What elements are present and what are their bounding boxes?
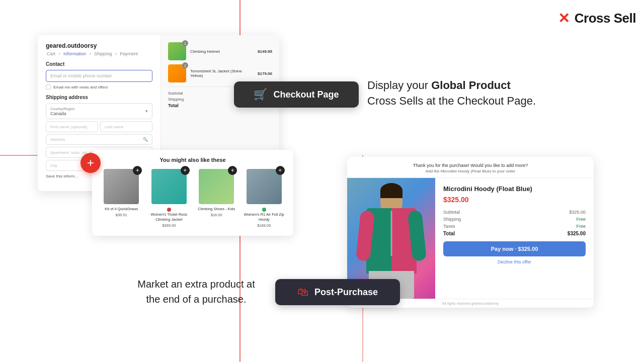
product-2-img <box>151 169 187 204</box>
left-bottom-line2: the end of a purchase. <box>146 294 246 305</box>
products-widget: You might also like these + Kit of 4 Qui… <box>92 150 293 236</box>
store-name: geared.outdoorsy <box>46 42 152 49</box>
right-top-text: Display your Global Product Cross Sells … <box>367 78 538 109</box>
contact-label: Contact <box>46 61 152 67</box>
email-field[interactable]: Email or mobile phone number <box>46 70 152 82</box>
product-card-3: + Climbing Shoes - Kids $16.00 <box>195 169 238 228</box>
pp-shipping-row: Shipping Free <box>443 217 586 222</box>
product-3-add-btn[interactable]: + <box>228 166 237 175</box>
post-purchase-button[interactable]: 🛍 Post-Purchase <box>275 279 400 305</box>
pp-header-title: Thank you for the purchase! Would you li… <box>355 163 586 168</box>
shipping-address-label: Shipping address <box>46 95 152 100</box>
name-row: First name (optional) Last name <box>46 121 152 132</box>
product-3-img-wrap: + <box>199 169 234 204</box>
pp-decline-link[interactable]: Decline this offer <box>443 259 586 264</box>
newsletter-label: Email me with news and offers <box>53 85 108 89</box>
product-1-img-wrap: + <box>104 169 139 204</box>
add-button[interactable]: + <box>80 153 101 173</box>
checkout-page-button[interactable]: 🛒 Checkout Page <box>234 81 359 108</box>
checkout-cart-icon: 🛒 <box>254 88 267 101</box>
widget-title: You might also like these <box>100 157 285 163</box>
figure-hair <box>380 183 403 198</box>
color-swatch-2 <box>262 208 266 212</box>
logo-text: Cross Sell <box>575 11 636 26</box>
left-bottom-line1: Market an extra product at <box>137 279 255 290</box>
product-2-img-wrap: + <box>151 169 187 204</box>
order-item-1: 1 Climbing Helmet $149.95 <box>168 42 272 60</box>
product-1-name: Kit of 4 QuickDraws <box>105 207 138 212</box>
products-grid: + Kit of 4 QuickDraws $39.51 + Women's T… <box>100 169 285 228</box>
logo-area: ✕ Cross Sell <box>558 11 636 26</box>
newsletter-checkbox[interactable] <box>46 84 51 89</box>
color-swatch <box>167 208 171 212</box>
post-purchase-icon: 🛍 <box>297 286 308 299</box>
pp-product-name: Microdini Hoody (Float Blue) <box>443 185 586 193</box>
last-name-field[interactable]: Last name <box>100 121 152 132</box>
item-1-price: $149.95 <box>258 49 272 54</box>
newsletter-checkbox-row: Email me with news and offers <box>46 84 152 89</box>
product-3-name: Climbing Shoes - Kids <box>198 207 235 212</box>
product-1-add-btn[interactable]: + <box>133 166 142 175</box>
product-4-price: $168.00 <box>257 223 271 228</box>
order-item-2: 1 Torrentshell 3L Jacket (Shine Yellow) … <box>168 64 272 82</box>
first-name-field[interactable]: First name (optional) <box>46 121 98 132</box>
product-4-img-wrap: + <box>247 169 282 204</box>
country-select[interactable]: Country/Region Canada ▾ <box>46 103 152 119</box>
address-field[interactable]: Address 🔍 <box>46 134 152 145</box>
product-4-add-btn[interactable]: + <box>276 166 285 175</box>
product-1-img <box>104 169 139 204</box>
product-2-price: $399.00 <box>162 223 176 228</box>
product-4-name: Women's R1 Air Full Zip Hoody <box>243 212 286 222</box>
pp-total-row: Total $325.00 <box>443 231 586 236</box>
pp-pay-button[interactable]: Pay now · $325.00 <box>443 241 586 256</box>
breadcrumb: Cart › Information › Shipping › Payment <box>46 51 152 56</box>
pp-price: $325.00 <box>443 196 586 204</box>
product-1-price: $39.51 <box>116 213 127 217</box>
product-4-img <box>247 169 282 204</box>
logo-icon: ✕ <box>558 12 570 26</box>
bold-text: Global Product <box>431 79 511 92</box>
pp-header-sub: Add the Microdini Hoody (Float Blue) to … <box>355 169 586 173</box>
product-2-name: Women's Triolet Rock Climbing Jacket <box>148 212 191 222</box>
item-jacket-img: 1 <box>168 64 186 82</box>
pp-details: Microdini Hoody (Float Blue) $325.00 Sub… <box>435 178 594 299</box>
pp-taxes-row: Taxes Free <box>443 224 586 229</box>
product-card-1: + Kit of 4 QuickDraws $39.51 <box>100 169 143 228</box>
product-3-price: $16.00 <box>211 213 222 217</box>
item-helmet-img: 1 <box>168 42 186 60</box>
item-2-name: Torrentshell 3L Jacket (Shine Yellow) <box>190 69 254 78</box>
pp-subtotal-row: Subtotal $325.00 <box>443 210 586 215</box>
post-purchase-label: Post-Purchase <box>314 287 378 298</box>
left-bottom-text: Market an extra product at the end of a … <box>121 277 272 307</box>
figure-zipper <box>390 211 392 256</box>
product-card-2: + Women's Triolet Rock Climbing Jacket $… <box>148 169 191 228</box>
item-2-price: $179.00 <box>258 71 272 76</box>
pp-header: Thank you for the purchase! Would you li… <box>347 157 594 177</box>
product-2-add-btn[interactable]: + <box>181 166 190 175</box>
product-3-img <box>199 169 234 204</box>
product-card-4: + Women's R1 Air Full Zip Hoody $168.00 <box>243 169 286 228</box>
item-1-name: Climbing Helmet <box>190 49 254 54</box>
checkout-page-label: Checkout Page <box>273 89 339 100</box>
